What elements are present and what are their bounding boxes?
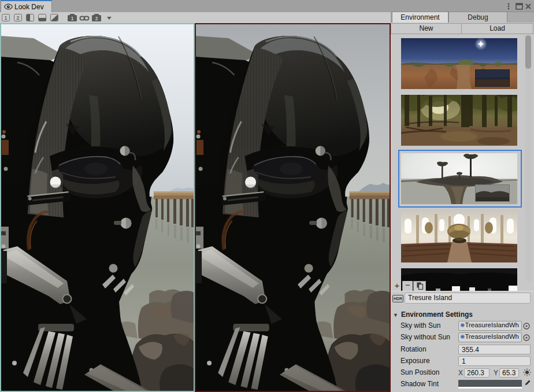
svg-text:1: 1 [71, 16, 74, 21]
svg-text:2: 2 [16, 15, 19, 21]
svg-text:2: 2 [95, 16, 98, 21]
svg-text:1: 1 [4, 15, 7, 21]
